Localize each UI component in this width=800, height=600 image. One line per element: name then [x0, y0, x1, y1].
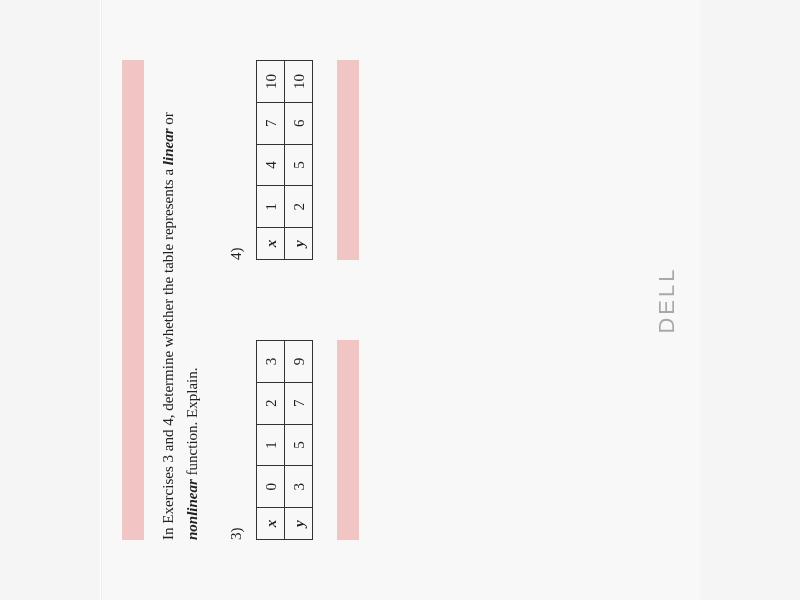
- row-header: x: [257, 228, 285, 260]
- exercise-number: 4): [224, 60, 248, 260]
- table-cell: 0: [257, 466, 285, 508]
- instruction-suffix: function. Explain.: [184, 367, 200, 479]
- table-cell: 5: [285, 424, 313, 466]
- table-row: y 2 5 6 10: [285, 61, 313, 260]
- instruction-or: or: [160, 112, 176, 128]
- table-cell: 10: [257, 61, 285, 103]
- highlight-bar: [122, 60, 144, 540]
- table-cell: 2: [257, 382, 285, 424]
- exercise-3-table: x 0 1 2 3 y 3 5 7 9: [256, 340, 313, 540]
- table-row: x 1 4 7 10: [257, 61, 285, 260]
- row-header: y: [285, 508, 313, 540]
- table-cell: 1: [257, 186, 285, 228]
- highlight-bar: [337, 340, 359, 540]
- table-cell: 3: [257, 341, 285, 383]
- table-cell: 7: [285, 382, 313, 424]
- table-row: y 3 5 7 9: [285, 341, 313, 540]
- highlight-bar: [337, 60, 359, 260]
- exercises-row: 3) x 0 1 2 3 y 3 5 7: [224, 60, 359, 540]
- horizontal-ruler: 1 2 3 4 5 6 7: [100, 0, 102, 600]
- table-cell: 7: [257, 102, 285, 144]
- instruction-linear: linear: [160, 128, 176, 165]
- exercise-instruction: In Exercises 3 and 4, determine whether …: [156, 60, 204, 540]
- table-cell: 6: [285, 102, 313, 144]
- table-cell: 4: [257, 144, 285, 186]
- table-cell: 9: [285, 341, 313, 383]
- instruction-text: In Exercises 3 and 4, determine whether …: [160, 165, 176, 540]
- table-cell: 3: [285, 466, 313, 508]
- exercise-number: 3): [224, 340, 248, 540]
- dell-logo: DELL: [654, 266, 680, 333]
- row-header: y: [285, 228, 313, 260]
- instruction-nonlinear: nonlinear: [184, 479, 200, 540]
- table-row: x 0 1 2 3: [257, 341, 285, 540]
- table-cell: 5: [285, 144, 313, 186]
- table-cell: 2: [285, 186, 313, 228]
- exercise-3: 3) x 0 1 2 3 y 3 5 7: [224, 340, 359, 540]
- row-header: x: [257, 508, 285, 540]
- table-cell: 1: [257, 424, 285, 466]
- exercise-4: 4) x 1 4 7 10 y 2 5 6: [224, 60, 359, 260]
- table-cell: 10: [285, 61, 313, 103]
- exercise-4-table: x 1 4 7 10 y 2 5 6 10: [256, 60, 313, 260]
- document-canvas[interactable]: In Exercises 3 and 4, determine whether …: [102, 0, 700, 600]
